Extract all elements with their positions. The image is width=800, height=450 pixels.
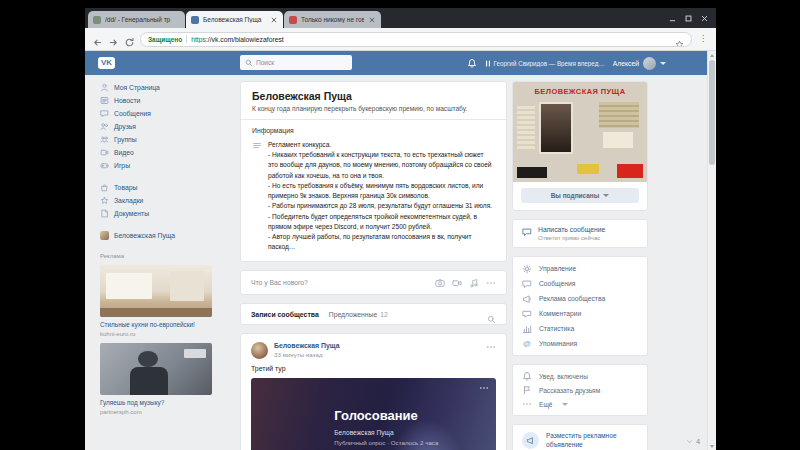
address-bar[interactable]: Защищено https://vk.com/bialowiezaforest [140,32,692,47]
community-status[interactable]: К концу года планирую перекрыть букеровс… [252,105,495,112]
scroll-down-icon[interactable] [708,442,716,450]
videocam-icon[interactable] [452,278,462,288]
header-right: Георгий Свиридов — Время вперед… Алексей [467,57,666,70]
admin-menu-card: Управление Сообщения Реклама сообщества … [512,256,648,356]
community-cover[interactable]: БЕЛОВЕЖСКАЯ ПУЩА [513,82,647,182]
ad-title[interactable]: Гуляешь под музыку? [100,399,222,407]
info-section-label[interactable]: Информация [252,127,495,134]
scroll-up-icon[interactable] [708,51,716,59]
place-ad-card[interactable]: Разместить рекламное объявление [512,424,648,450]
ad-block-kitchen[interactable]: Стильные кухни по-европейски! kuhni-euro… [100,265,222,337]
groups-icon [100,135,109,144]
ad-block-music[interactable]: Гуляешь под музыку? partnersph.com [100,343,222,415]
ad-title[interactable]: Стильные кухни по-европейски! [100,321,222,329]
news-icon [100,96,109,105]
browser-tab-3[interactable]: Только никому не гово [284,11,381,28]
wall-search-icon[interactable] [487,310,496,319]
cover-collage-shape [603,132,633,148]
camera-icon[interactable] [435,278,445,288]
new-posts-indicator[interactable]: 4 [686,438,700,445]
menu-item-messages[interactable]: Сообщения [513,276,647,291]
sidebar-item-documents[interactable]: Документы [100,207,222,220]
browser-tab-1[interactable]: /dd/ - Генеральный тр [88,11,185,28]
sidebar-item-my-page[interactable]: Моя Страница [100,81,222,94]
tab-close-icon[interactable] [368,16,376,24]
vk-search[interactable] [240,55,352,70]
tab-strip: /dd/ - Генеральный тр Беловежская Пуща Т… [85,8,716,28]
sidebar-item-messages[interactable]: Сообщения [100,107,222,120]
extra-actions-card: Увед. включены Рассказать друзьям Ещё [512,364,648,416]
tab-close-icon[interactable] [270,16,278,24]
bell-icon[interactable] [467,58,477,68]
sidebar-item-bookmarks[interactable]: Закладки [100,194,222,207]
sidebar-item-market[interactable]: Товары [100,181,222,194]
subscribed-button[interactable]: Вы подписаны [521,188,639,203]
url-text[interactable]: https://vk.com/bialowiezaforest [191,36,671,43]
sidebar-item-groups[interactable]: Группы [100,133,222,146]
poll-more-icon[interactable] [479,383,489,393]
menu-item-comments[interactable]: Комментарии [513,306,647,321]
security-label[interactable]: Защищено [148,36,182,43]
composer-placeholder[interactable]: Что у Вас нового? [251,279,308,286]
scrollbar-thumb[interactable] [709,60,715,165]
reload-icon[interactable] [124,34,135,45]
tab-community-posts[interactable]: Записи сообщества [251,311,319,318]
tab-suggested[interactable]: Предложенные 12 [329,311,388,318]
more-icon[interactable] [486,278,496,288]
post-author-link[interactable]: Беловежская Пуща [274,342,340,349]
sidebar-item-games[interactable]: Игры [100,159,222,172]
poll-author: Беловежская Пуща [334,429,438,436]
ad-image-shape [100,308,212,317]
ad-image[interactable] [100,265,212,317]
tab-favicon [289,16,297,24]
post-composer[interactable]: Что у Вас нового? [240,270,507,295]
post-timestamp[interactable]: 33 минуты назад [274,351,340,358]
tell-friends-action[interactable]: Рассказать друзьям [513,383,647,397]
subscribe-area: Вы подписаны [513,182,647,210]
menu-item-manage[interactable]: Управление [513,261,647,276]
community-mini-avatar [100,231,109,240]
post-author-avatar[interactable] [251,342,268,359]
ad-image-shape [184,349,206,358]
menu-item-mentions[interactable]: @Упоминания [513,336,647,351]
sidebar-item-video[interactable]: Видео [100,146,222,159]
user-name: Алексей [613,60,639,67]
minimize-icon[interactable] [664,8,680,28]
tab-title: Только никому не гово [301,16,364,23]
write-message-link[interactable]: Написать сообщение [538,226,605,233]
header-user-menu[interactable]: Алексей [613,57,666,70]
post-more-icon[interactable] [486,342,496,352]
sidebar-item-friends[interactable]: Друзья [100,120,222,133]
close-icon[interactable] [696,8,712,28]
poll-attachment[interactable]: Голосование Беловежская Пуща Публичный о… [251,378,496,450]
profile-icon [100,83,109,92]
sidebar-label: Видео [114,149,134,156]
page-scrollbar[interactable] [707,51,716,450]
now-playing[interactable]: Георгий Свиридов — Время вперед… [485,60,605,67]
ad-image[interactable] [100,343,212,395]
market-icon [100,183,109,192]
forward-icon[interactable] [108,34,119,45]
music-icon[interactable] [469,278,479,288]
menu-item-community-ads[interactable]: Реклама сообщества [513,291,647,306]
browser-menu-icon[interactable]: ⋮ [697,35,709,43]
notifications-toggle[interactable]: Увед. включены [513,369,647,383]
ad-image-shape [138,351,158,367]
sidebar-label: Документы [114,210,149,217]
wall-post: Беловежская Пуща 33 минуты назад Третий … [240,333,507,450]
back-icon[interactable] [92,34,103,45]
sidebar-item-news[interactable]: Новости [100,94,222,107]
tab-favicon [191,16,199,24]
maximize-icon[interactable] [680,8,696,28]
more-icon [522,399,532,409]
bookmark-star-icon[interactable] [675,35,684,44]
place-ad-link[interactable]: Разместить рекламное объявление [546,432,638,449]
mention-icon: @ [522,339,532,348]
vk-logo[interactable]: VK [98,57,115,69]
sidebar-item-community[interactable]: Беловежская Пуща [100,229,222,242]
more-actions[interactable]: Ещё [513,397,647,411]
search-input[interactable] [256,59,347,66]
browser-tab-2-active[interactable]: Беловежская Пуща [186,11,283,28]
url-rest: ://vk.com/bialowiezaforest [206,36,284,43]
menu-item-stats[interactable]: Статистика [513,321,647,336]
